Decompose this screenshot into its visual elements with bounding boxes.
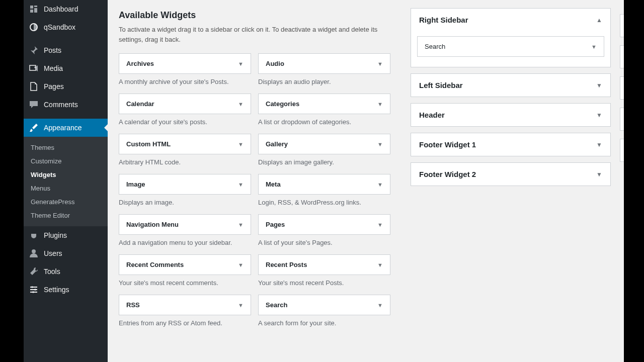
widget-title: Recent Comments <box>126 261 184 268</box>
widget-pages[interactable]: Pages▼ <box>258 214 390 235</box>
widget-desc: A monthly archive of your site's Posts. <box>119 78 251 85</box>
chevron-down-icon: ▼ <box>596 171 602 178</box>
sidebar-item-comments[interactable]: Comments <box>24 96 108 114</box>
menu-label: Users <box>44 249 62 257</box>
widget-title: Audio <box>266 60 284 67</box>
chevron-down-icon: ▼ <box>238 141 244 147</box>
widget-desc: Entries from any RSS or Atom feed. <box>119 319 251 327</box>
menu-label: Dashboard <box>44 5 78 13</box>
widget-search[interactable]: Search▼ <box>258 295 390 315</box>
widget-desc: Login, RSS, & WordPress.org links. <box>258 199 390 206</box>
area-stub[interactable] <box>620 76 624 100</box>
widget-title: RSS <box>126 301 140 309</box>
chevron-down-icon: ▼ <box>377 141 383 147</box>
menu-label: Plugins <box>44 231 67 239</box>
sidebar-item-settings[interactable]: Settings <box>24 281 108 299</box>
area-title: Left Sidebar <box>419 81 463 89</box>
widget-title: Calendar <box>126 100 154 108</box>
svg-point-1 <box>34 66 36 68</box>
area-header[interactable]: Right Sidebar▲ <box>411 9 610 31</box>
widget-title: Categories <box>266 100 299 108</box>
widget-desc: Add a navigation menu to your sidebar. <box>119 239 251 246</box>
sidebar-item-plugins[interactable]: Plugins <box>24 226 108 244</box>
menu-label: Settings <box>44 286 69 294</box>
widget-desc: Displays an audio player. <box>258 78 390 85</box>
area-title: Footer Widget 1 <box>419 140 476 149</box>
chevron-down-icon: ▼ <box>238 61 244 67</box>
submenu-customize[interactable]: Customize <box>24 154 108 168</box>
area-title: Header <box>419 111 445 119</box>
sidebar-item-pages[interactable]: Pages <box>24 77 108 96</box>
widget-recent-posts[interactable]: Recent Posts▼ <box>258 254 390 275</box>
chevron-down-icon: ▼ <box>377 262 383 268</box>
admin-sidebar: Dashboard qSandbox Posts Media Pages Com… <box>24 0 108 362</box>
widget-desc: Displays an image. <box>119 199 251 206</box>
pin-icon <box>29 45 39 55</box>
area-header[interactable]: Footer Widget 2▼ <box>411 163 610 186</box>
left-black-bar <box>0 0 24 362</box>
widget-title: Image <box>126 180 145 188</box>
submenu-generatepress[interactable]: GeneratePress <box>24 195 108 209</box>
widget-navigation-menu[interactable]: Navigation Menu▼ <box>119 214 251 235</box>
chevron-down-icon: ▼ <box>238 101 244 107</box>
area-stub[interactable] <box>620 139 624 162</box>
submenu-themes[interactable]: Themes <box>24 141 108 154</box>
sidebar-area-left-sidebar: Left Sidebar▼ <box>411 73 611 97</box>
sidebar-item-media[interactable]: Media <box>24 59 108 77</box>
placed-widget-search[interactable]: Search▼ <box>417 36 604 57</box>
chevron-down-icon: ▼ <box>591 44 597 50</box>
sidebar-item-tools[interactable]: Tools <box>24 262 108 281</box>
area-stub[interactable] <box>620 14 624 37</box>
area-title: Right Sidebar <box>419 16 468 24</box>
sandbox-icon <box>29 22 39 32</box>
chevron-down-icon: ▼ <box>238 222 244 228</box>
menu-label: Pages <box>44 82 64 90</box>
widget-archives[interactable]: Archives▼ <box>119 53 251 74</box>
widget-recent-comments[interactable]: Recent Comments▼ <box>119 254 251 275</box>
svg-point-3 <box>31 286 33 288</box>
sidebar-item-users[interactable]: Users <box>24 244 108 262</box>
widget-calendar[interactable]: Calendar▼ <box>119 94 251 114</box>
area-stub[interactable] <box>620 108 624 131</box>
plug-icon <box>29 230 39 240</box>
area-header[interactable]: Footer Widget 1▼ <box>411 133 610 156</box>
widget-desc: Your site's most recent Posts. <box>258 279 390 287</box>
area-header[interactable]: Header▼ <box>411 104 610 126</box>
widget-title: Search <box>266 301 287 309</box>
chevron-down-icon: ▼ <box>596 82 602 89</box>
widget-custom-html[interactable]: Custom HTML▼ <box>119 134 251 154</box>
widget-gallery[interactable]: Gallery▼ <box>258 134 390 154</box>
chevron-down-icon: ▼ <box>377 222 383 228</box>
widget-categories[interactable]: Categories▼ <box>258 94 390 114</box>
right-black-bar <box>624 0 644 362</box>
media-icon <box>29 63 39 73</box>
widget-rss[interactable]: RSS▼ <box>119 295 251 315</box>
sidebar-item-appearance[interactable]: Appearance <box>24 119 108 137</box>
widget-meta[interactable]: Meta▼ <box>258 174 390 195</box>
sliders-icon <box>29 285 39 295</box>
chevron-down-icon: ▼ <box>377 61 383 67</box>
sidebar-item-dashboard[interactable]: Dashboard <box>24 0 108 18</box>
chevron-down-icon: ▼ <box>238 182 244 188</box>
submenu-widgets[interactable]: Widgets <box>24 168 108 182</box>
area-title: Footer Widget 2 <box>419 170 476 178</box>
widget-audio[interactable]: Audio▼ <box>258 53 390 74</box>
widget-title: Pages <box>266 221 285 228</box>
area-stub[interactable] <box>620 45 624 68</box>
submenu-theme-editor[interactable]: Theme Editor <box>24 209 108 222</box>
widget-title: Recent Posts <box>266 261 307 268</box>
app-viewport: Dashboard qSandbox Posts Media Pages Com… <box>0 0 644 362</box>
sidebar-item-posts[interactable]: Posts <box>24 41 108 59</box>
menu-label: Comments <box>44 101 78 109</box>
widget-image[interactable]: Image▼ <box>119 174 251 195</box>
sidebar-item-qsandbox[interactable]: qSandbox <box>24 18 108 36</box>
chevron-down-icon: ▼ <box>238 262 244 268</box>
comment-icon <box>29 100 39 110</box>
menu-label: Tools <box>44 267 60 276</box>
available-widgets-desc: To activate a widget drag it to a sideba… <box>119 25 390 44</box>
widget-title: Gallery <box>266 140 288 148</box>
submenu-menus[interactable]: Menus <box>24 182 108 195</box>
area-header[interactable]: Left Sidebar▼ <box>411 74 610 97</box>
chevron-down-icon: ▼ <box>377 182 383 188</box>
chevron-down-icon: ▼ <box>596 112 602 119</box>
